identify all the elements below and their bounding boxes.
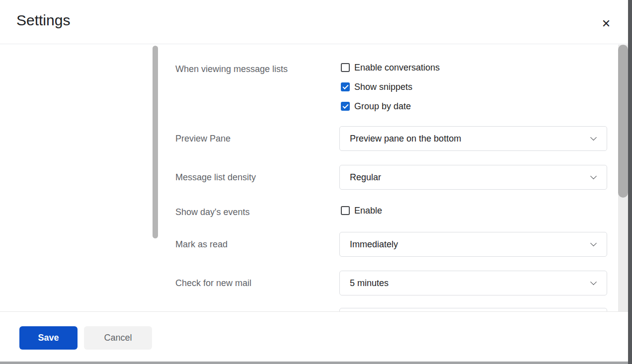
sidebar-scrollbar[interactable]: [153, 46, 158, 238]
show-snippets-label: Show snippets: [354, 82, 412, 92]
settings-content: When viewing message lists Enable conver…: [0, 44, 628, 312]
mark-as-read-value: Immediately: [350, 239, 398, 250]
show-snippets-checkbox[interactable]: [341, 82, 350, 91]
save-button[interactable]: Save: [19, 326, 78, 350]
mark-as-read-select[interactable]: Immediately: [339, 232, 607, 257]
days-events-label: Show day's events: [175, 207, 250, 218]
enable-conversations-label: Enable conversations: [354, 63, 440, 73]
content-scrollbar-track[interactable]: [618, 45, 628, 312]
chevron-down-icon: [590, 279, 597, 285]
message-lists-label: When viewing message lists: [175, 64, 288, 74]
cancel-button[interactable]: Cancel: [84, 326, 152, 350]
preview-pane-select[interactable]: Preview pane on the bottom: [339, 126, 607, 151]
mark-as-read-label: Mark as read: [175, 239, 228, 250]
check-new-mail-value: 5 minutes: [350, 278, 389, 289]
preview-pane-value: Preview pane on the bottom: [350, 134, 461, 144]
check-new-mail-select[interactable]: 5 minutes: [339, 271, 607, 295]
chevron-down-icon: [590, 240, 597, 246]
chevron-down-icon: [590, 134, 597, 141]
chevron-down-icon: [590, 173, 597, 179]
days-events-enable-checkbox[interactable]: [341, 206, 350, 215]
density-label: Message list density: [175, 172, 256, 183]
page-title: Settings: [16, 12, 70, 29]
group-by-date-label: Group by date: [354, 101, 411, 112]
preview-pane-label: Preview Pane: [175, 133, 231, 144]
days-events-enable-label: Enable: [354, 206, 382, 216]
days-events-row: Enable: [341, 205, 382, 216]
density-select[interactable]: Regular: [339, 165, 607, 190]
density-value: Regular: [350, 172, 381, 183]
group-by-date-row: Group by date: [341, 101, 411, 112]
close-icon[interactable]: ✕: [598, 16, 614, 32]
partial-select[interactable]: [339, 308, 607, 312]
page-bottom-bar: [0, 362, 632, 364]
settings-header: Settings ✕: [0, 0, 628, 44]
group-by-date-checkbox[interactable]: [341, 102, 350, 111]
enable-conversations-checkbox[interactable]: [341, 63, 350, 72]
settings-footer: Save Cancel: [0, 312, 628, 362]
check-new-mail-label: Check for new mail: [175, 278, 251, 289]
show-snippets-row: Show snippets: [341, 81, 412, 92]
enable-conversations-row: Enable conversations: [341, 62, 440, 73]
page-edge-strip: [628, 0, 632, 364]
content-scrollbar-thumb[interactable]: [618, 45, 628, 198]
